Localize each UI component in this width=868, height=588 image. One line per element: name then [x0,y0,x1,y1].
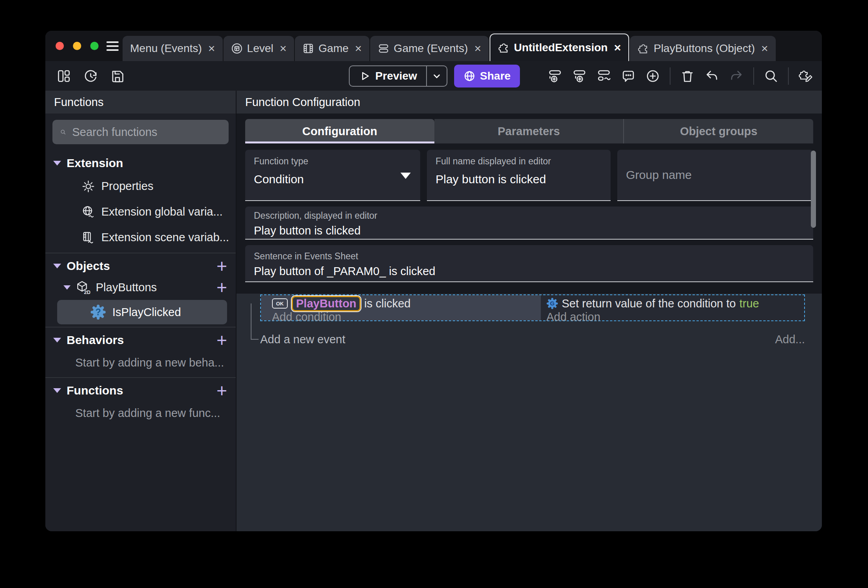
add-comment-button[interactable] [621,69,636,84]
add-event-button[interactable] [548,69,563,84]
chevron-down-icon[interactable] [53,338,61,342]
sidebar-item-global-variables[interactable]: Extension global varia... [45,199,236,225]
divider [45,327,236,327]
scene-variables-icon [82,231,95,244]
tab-menu-events[interactable]: Menu (Events) × [123,36,223,61]
item-label: Extension scene variab... [101,231,229,244]
minimize-window-button[interactable] [73,42,81,50]
gdevelop-gear-icon: G [546,298,558,309]
history-button[interactable] [83,69,98,84]
action-value[interactable]: true [739,297,759,310]
add-subevent-button[interactable] [572,69,587,84]
add-function-button[interactable]: + [216,381,228,400]
object-name-badge[interactable]: PlayButton [292,296,361,311]
events-sheet: OK PlayButton is clicked Add condition [237,294,822,531]
chevron-down-icon[interactable] [53,388,61,393]
tab-configuration[interactable]: Configuration [245,119,434,143]
close-icon[interactable]: × [355,43,362,54]
sidebar-title: Functions [45,91,236,114]
field-value: Play button of _PARAM0_ is clicked [254,265,805,278]
tab-label: Menu (Events) [130,42,202,55]
tab-parameters[interactable]: Parameters [434,119,624,143]
svg-text:G: G [550,300,555,307]
add-more-events-button[interactable] [645,69,660,84]
chevron-down-icon[interactable] [53,161,61,166]
add-object-button[interactable]: + [216,257,228,275]
function-row-isplayclicked-selected[interactable]: ? IsPlayClicked [57,300,227,324]
close-icon[interactable]: × [208,43,215,54]
vertical-scrollbar[interactable] [811,151,816,228]
toolbar-left-group [56,69,125,84]
configuration-form: Configuration Parameters Object groups F… [237,114,822,282]
field-value: Play button is clicked [436,173,602,186]
extension-icon [498,42,510,54]
sentence-field[interactable]: Sentence in Events Sheet Play button of … [245,245,813,282]
tab-label: Game [319,42,348,55]
comment-icon [621,69,635,83]
condition-instruction[interactable]: OK PlayButton is clicked [272,296,541,311]
tab-untitled-extension[interactable]: UntitledExtension × [490,33,630,61]
redo-button[interactable] [729,69,744,84]
preview-dropdown-button[interactable] [426,66,447,86]
sidebar-item-properties[interactable]: Properties [45,173,236,199]
tab-game-events[interactable]: Game (Events) × [370,36,489,61]
close-icon[interactable]: × [614,42,621,54]
search-events-button[interactable] [764,69,779,84]
sidebar-item-scene-variables[interactable]: Extension scene variab... [45,225,236,250]
search-functions-input[interactable] [72,126,221,139]
section-label: Functions [67,384,123,397]
search-functions-box[interactable] [52,120,229,144]
tab-level[interactable]: Level × [224,36,294,61]
preview-button-main[interactable]: Preview [350,70,426,82]
function-type-field[interactable]: Function type Condition [245,150,420,201]
add-new-event-link[interactable]: Add a new event [260,333,345,346]
full-name-field[interactable]: Full name displayed in editor Play butto… [427,150,611,201]
condition-function-icon: ? [90,304,106,320]
save-button[interactable] [110,69,125,84]
chevron-down-icon[interactable] [63,285,71,290]
tab-object-groups[interactable]: Object groups [623,119,813,143]
add-condition-icon [597,69,611,83]
close-icon[interactable]: × [280,43,287,54]
chevron-down-icon[interactable] [53,264,61,268]
action-instruction[interactable]: G Set return value of the condition to t… [546,296,804,311]
share-label: Share [480,70,511,82]
main-toolbar: Preview Share [45,61,822,91]
group-name-input[interactable] [626,168,805,182]
tab-playbuttons-object[interactable]: PlayButtons (Object) × [630,36,775,61]
group-name-field[interactable] [617,150,813,201]
share-button[interactable]: Share [454,65,520,87]
add-action-link[interactable]: Add action [546,311,804,323]
add-condition-link[interactable]: Add condition [272,311,541,323]
section-extension[interactable]: Extension [45,153,236,173]
conditions-cell[interactable]: OK PlayButton is clicked Add condition [261,295,541,320]
description-field[interactable]: Description, displayed in editor Play bu… [245,207,813,240]
dropdown-arrow-icon[interactable] [400,173,411,179]
close-icon[interactable]: × [474,43,481,54]
section-functions[interactable]: Functions + [45,380,236,401]
actions-cell[interactable]: G Set return value of the condition to t… [541,295,804,320]
event-row-selected[interactable]: OK PlayButton is clicked Add condition [260,294,805,321]
object-row-playbuttons[interactable]: PlayButtons + [45,276,236,298]
zoom-window-button[interactable] [90,42,99,50]
section-behaviors[interactable]: Behaviors + [45,330,236,350]
add-object-function-button[interactable]: + [216,278,228,296]
configuration-tabs: Configuration Parameters Object groups [245,119,813,143]
tab-game[interactable]: Game × [295,36,369,61]
function-configuration-panel: Function Configuration Configuration Par… [237,91,822,531]
section-objects[interactable]: Objects + [45,256,236,276]
add-condition-button[interactable] [596,69,611,84]
add-more-link[interactable]: Add... [775,333,805,346]
edit-extension-button[interactable] [798,69,813,84]
close-window-button[interactable] [56,42,64,50]
field-value: Play button is clicked [254,224,805,237]
delete-button[interactable] [680,69,695,84]
close-icon[interactable]: × [761,43,768,54]
menu-icon[interactable] [106,41,119,51]
project-manager-button[interactable] [56,69,71,84]
add-behavior-button[interactable]: + [216,331,228,349]
object-2d-cube-icon [76,280,90,294]
preview-button[interactable]: Preview [349,65,447,87]
undo-button[interactable] [704,69,719,84]
toolbar-divider [670,67,671,85]
